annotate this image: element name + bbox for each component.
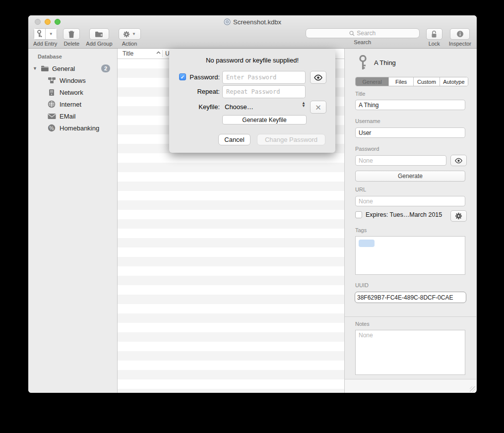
tag-pill[interactable] xyxy=(359,240,375,247)
gear-icon xyxy=(455,212,462,220)
expires-checkbox[interactable] xyxy=(355,211,362,218)
title-label: Title xyxy=(355,91,365,97)
sidebar-item-label: Network xyxy=(60,89,83,96)
sidebar-item-label: Internet xyxy=(60,101,81,108)
key-plus-icon xyxy=(37,30,43,38)
sidebar-item-homebanking[interactable]: % Homebanking xyxy=(28,123,117,133)
username-field[interactable] xyxy=(355,127,465,138)
sidebar-item-general[interactable]: ▼ General 2 xyxy=(28,63,117,73)
resize-grip[interactable] xyxy=(470,386,475,392)
lock-item: Lock xyxy=(426,28,442,47)
notes-field[interactable] xyxy=(355,330,465,375)
tags-box[interactable] xyxy=(355,236,465,275)
search-item: Search Search xyxy=(306,28,420,45)
add-entry-button[interactable]: ▼ xyxy=(34,28,57,40)
change-password-button[interactable]: Change Password xyxy=(257,134,325,145)
add-group-label: Add Group xyxy=(86,41,112,47)
add-group-item: Add Group xyxy=(86,28,112,47)
url-field[interactable] xyxy=(355,196,465,206)
action-button[interactable]: ▼ xyxy=(119,28,141,40)
sidebar-item-windows[interactable]: Windows xyxy=(28,75,117,85)
expires-settings-button[interactable] xyxy=(450,210,467,222)
add-entry-main-segment[interactable] xyxy=(34,29,46,39)
sidebar-item-network[interactable]: Network xyxy=(28,87,117,97)
add-entry-label: Add Entry xyxy=(33,41,57,47)
search-input[interactable]: Search xyxy=(306,28,420,38)
tab-autotype[interactable]: Autotype xyxy=(440,77,468,86)
sidebar-item-label: Homebanking xyxy=(60,124,99,132)
keyfile-popup[interactable]: Choose… xyxy=(225,103,253,111)
stepper-icon[interactable]: ▲▼ xyxy=(302,102,306,108)
eye-icon xyxy=(454,158,463,164)
cancel-button[interactable]: Cancel xyxy=(218,134,251,145)
percent-icon: % xyxy=(48,124,56,132)
sort-ascending-icon xyxy=(156,51,161,54)
sidebar-item-internet[interactable]: Internet xyxy=(28,99,117,109)
show-password-button[interactable] xyxy=(450,155,467,166)
tab-general[interactable]: General xyxy=(356,77,389,86)
inspector-tabs: General Files Custom Autotype xyxy=(355,77,468,86)
password-label: Password xyxy=(355,146,379,152)
folder-icon xyxy=(41,65,49,72)
repeat-input[interactable] xyxy=(222,85,306,98)
globe-icon xyxy=(48,100,56,108)
key-icon xyxy=(358,55,368,71)
inspector-item: Inspector xyxy=(449,28,471,47)
column-divider[interactable] xyxy=(162,50,163,57)
disclosure-triangle-icon[interactable]: ▼ xyxy=(33,66,37,71)
password-field[interactable] xyxy=(355,155,446,166)
sidebar-item-label: EMail xyxy=(60,113,76,120)
tags-label: Tags xyxy=(355,227,367,233)
toolbar-left: ▼ Add Entry Delete xyxy=(33,28,141,47)
notes-label: Notes xyxy=(355,321,370,327)
unlock-icon xyxy=(431,30,438,38)
search-label: Search xyxy=(354,39,371,45)
tab-custom[interactable]: Custom xyxy=(414,77,440,86)
inspector-button[interactable] xyxy=(450,28,470,40)
add-group-button[interactable] xyxy=(89,28,109,40)
clear-keyfile-button[interactable]: ✕ xyxy=(310,101,326,114)
delete-label: Delete xyxy=(63,41,79,47)
uuid-label: UUID xyxy=(355,282,369,288)
add-entry-dropdown[interactable]: ▼ xyxy=(46,29,57,39)
expires-row: Expires: Tues…March 2015 xyxy=(355,211,442,218)
sidebar-item-label: Windows xyxy=(60,77,86,84)
delete-button[interactable] xyxy=(63,28,80,40)
inspector-panel: A Thing General Files Custom Autotype Ti… xyxy=(344,49,476,393)
repeat-label: Repeat: xyxy=(169,88,220,95)
change-password-sheet: No password or keyfile supplied! ✓ Passw… xyxy=(169,49,335,153)
title-field[interactable] xyxy=(355,100,465,110)
expires-label: Expires: Tues…March 2015 xyxy=(366,211,442,218)
uuid-field[interactable] xyxy=(355,292,466,303)
inspector-label: Inspector xyxy=(449,41,471,47)
lock-button[interactable] xyxy=(426,28,442,40)
trash-icon xyxy=(68,30,75,38)
search-placeholder: Search xyxy=(357,30,376,37)
document-icon xyxy=(224,18,231,25)
inspector-footer xyxy=(345,379,476,393)
envelope-icon xyxy=(48,113,56,120)
show-password-button[interactable] xyxy=(310,71,326,84)
sidebar-section-header: Database xyxy=(38,54,62,60)
entry-title: A Thing xyxy=(374,59,396,66)
search-icon xyxy=(349,31,355,36)
toolbar-right: Search Search Lock xyxy=(306,28,471,47)
password-input[interactable] xyxy=(222,71,306,84)
generate-keyfile-button[interactable]: Generate Keyfile xyxy=(222,115,307,124)
info-icon xyxy=(456,30,464,38)
username-label: Username xyxy=(355,118,380,124)
chevron-down-icon: ▼ xyxy=(132,32,136,36)
generate-password-button[interactable]: Generate xyxy=(355,171,465,182)
chevron-down-icon: ▼ xyxy=(49,32,53,36)
keyfile-row: Keyfile: Choose… ▲▼ ✕ xyxy=(169,101,335,114)
action-label: Action xyxy=(122,41,137,47)
tab-files[interactable]: Files xyxy=(389,77,414,86)
sidebar: Database ▼ General 2 xyxy=(28,49,118,393)
column-header-title[interactable]: Title xyxy=(123,50,133,57)
folder-plus-icon xyxy=(95,31,103,38)
entry-count-badge: 2 xyxy=(101,64,110,72)
action-item: ▼ Action xyxy=(119,28,141,47)
windows-icon xyxy=(48,77,56,84)
gear-icon xyxy=(123,31,130,38)
sidebar-item-email[interactable]: EMail xyxy=(28,111,117,121)
